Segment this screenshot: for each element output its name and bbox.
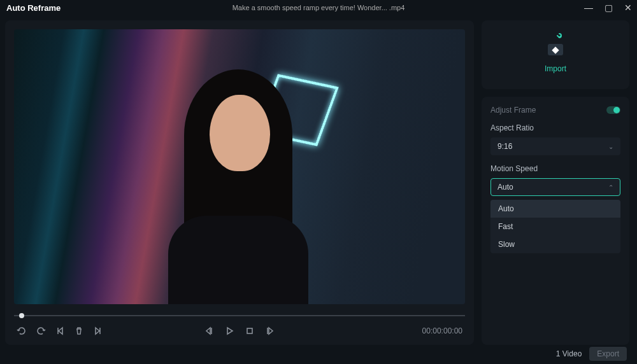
app-title: Auto Reframe	[6, 3, 61, 13]
motion-speed-dropdown: Auto Fast Slow	[490, 200, 620, 253]
aspect-ratio-value: 9:16	[497, 142, 512, 151]
adjust-frame-panel: Adjust Frame Aspect Ratio 9:16 ⌄ Motion …	[482, 97, 629, 345]
motion-speed-select[interactable]: Auto ⌃	[490, 178, 620, 196]
export-button[interactable]: Export	[589, 347, 627, 361]
skip-end-icon[interactable]	[93, 326, 103, 336]
timeline-slider[interactable]	[14, 313, 465, 318]
svg-rect-0	[247, 328, 252, 333]
file-name: Make a smooth speed ramp every time! Won…	[233, 4, 405, 11]
footer-bar: 1 Video Export	[0, 345, 637, 363]
video-preview[interactable]	[14, 29, 465, 304]
chevron-down-icon: ⌄	[608, 143, 613, 150]
stop-icon[interactable]	[245, 326, 255, 336]
next-frame-icon[interactable]	[265, 326, 275, 336]
motion-speed-option-fast[interactable]: Fast	[490, 218, 620, 235]
undo-icon[interactable]	[17, 326, 27, 336]
motion-speed-option-auto[interactable]: Auto	[490, 200, 620, 218]
playback-controls: 00:00:00:00	[5, 318, 474, 345]
video-content	[149, 57, 334, 298]
timecode: 00:00:00:00	[422, 326, 462, 335]
aspect-ratio-select[interactable]: 9:16 ⌄	[490, 137, 620, 155]
chevron-up-icon: ⌃	[608, 184, 613, 191]
timeline-thumb[interactable]	[19, 313, 24, 318]
maximize-icon[interactable]: ▢	[605, 3, 613, 13]
video-count: 1 Video	[556, 349, 582, 358]
adjust-frame-label: Adjust Frame	[490, 106, 536, 115]
preview-panel: 00:00:00:00	[5, 20, 474, 345]
skip-start-icon[interactable]	[55, 326, 65, 336]
window-controls: — ▢ ✕	[584, 3, 632, 13]
aspect-ratio-label: Aspect Ratio	[490, 123, 620, 132]
redo-icon[interactable]	[36, 326, 46, 336]
adjust-frame-toggle[interactable]	[606, 106, 620, 114]
title-bar: Auto Reframe Make a smooth speed ramp ev…	[0, 0, 637, 15]
trash-icon[interactable]	[74, 326, 84, 336]
motion-speed-option-slow[interactable]: Slow	[490, 235, 620, 253]
import-icon	[545, 36, 566, 58]
import-label: Import	[545, 64, 566, 73]
motion-speed-label: Motion Speed	[490, 164, 620, 173]
play-icon[interactable]	[224, 326, 234, 336]
minimize-icon[interactable]: —	[584, 3, 593, 13]
motion-speed-value: Auto	[497, 183, 513, 192]
close-icon[interactable]: ✕	[624, 3, 632, 13]
import-panel[interactable]: Import	[482, 20, 629, 89]
prev-frame-icon[interactable]	[204, 326, 214, 336]
